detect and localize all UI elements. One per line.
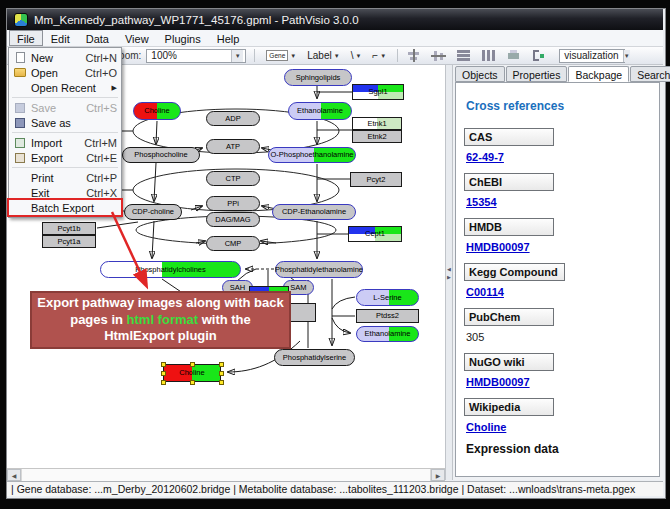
panel-splitter[interactable]: ◀ ▶ [445,65,453,480]
file-menu-item-import[interactable]: ImportCtrl+M [9,135,121,150]
node-ethanolamine-bottom[interactable]: Ethanolamine [356,326,419,342]
zoom-combobox[interactable]: 100% ▼ [146,49,246,63]
reference-link[interactable]: 15354 [466,196,651,208]
distribute-rows-icon[interactable] [456,49,471,62]
line-tool-glyph: \ [351,50,354,61]
horizontal-scrollbar[interactable]: ◀ ▶ [7,468,445,481]
file-menu-item-print[interactable]: PrintCtrl+P [9,170,121,185]
scroll-right-icon[interactable]: ▶ [431,469,445,481]
node-dag-mag[interactable]: DAG/MAG [206,212,260,227]
data-panel-icon[interactable] [531,49,546,62]
reference-link[interactable]: 62-49-7 [466,151,651,163]
file-menu-item-new[interactable]: NewCtrl+N [9,50,121,65]
node-ethanolamine-top[interactable]: Ethanolamine [288,102,352,120]
line-tool-button[interactable]: \ ▼ [348,47,365,64]
menu-data[interactable]: Data [78,30,117,46]
collapse-right-icon[interactable]: ▶ [447,274,451,280]
label-tool-button[interactable]: Label ▼ [304,47,342,64]
node-pcyt1b[interactable]: Pcyt1b [42,222,96,235]
distribute-columns-icon[interactable] [481,49,496,62]
annotation-callout: Export pathway images along with back pa… [30,291,291,349]
chevron-down-icon[interactable]: ▼ [623,50,630,62]
tab-backpage[interactable]: Backpage [568,66,629,82]
node-phosphatidylcholines[interactable]: Phosphatidylcholines [100,261,241,278]
gene-tool-button[interactable]: Gene ▼ [263,47,299,64]
node-o-phosphoethanolamine[interactable]: O-Phosphoethanolamine [268,147,356,163]
menu-plugins[interactable]: Plugins [157,30,209,46]
menu-file[interactable]: File [9,30,43,46]
tab-properties[interactable]: Properties [506,66,568,82]
status-bar: | Gene database: ...m_Derby_20120602.bri… [7,481,663,496]
node-label: CDP-choline [132,204,174,220]
selection-handle[interactable] [219,380,224,385]
chevron-down-icon[interactable]: ▼ [380,53,386,59]
print-icon[interactable] [506,49,521,62]
node-phosphocholine[interactable]: Phosphocholine [122,147,200,163]
align-middle-icon[interactable] [431,49,446,62]
node-cdp-ethanolamine[interactable]: CDP-Ethanolamine [272,204,356,220]
selection-handle[interactable] [190,380,195,385]
chevron-down-icon[interactable]: ▼ [231,50,243,62]
node-cdp-choline[interactable]: CDP-choline [124,204,182,220]
node-ptdss2[interactable]: Ptdss2 [356,309,419,323]
file-menu-item-open[interactable]: OpenCtrl+O [9,65,121,80]
node-cmp[interactable]: CMP [206,236,260,251]
node-sgpl1[interactable]: Sgpl1 [352,84,404,100]
menu-edit[interactable]: Edit [43,30,78,46]
node-phosphatidylserine[interactable]: Phosphatidylserine [274,349,355,366]
tab-search[interactable]: Search [630,66,670,82]
file-menu-item-save[interactable]: SaveCtrl+S [9,100,121,115]
reference-link[interactable]: Choline [466,421,651,433]
selection-handle[interactable] [161,371,166,376]
node-label: Etnk2 [367,130,386,143]
menu-item-label: Save as [31,117,113,129]
node-choline-selected[interactable]: Choline [163,364,221,382]
node-label: Ethanolamine [297,102,343,120]
visualization-combobox[interactable]: visualization ▼ [559,49,625,63]
selection-handle[interactable] [161,380,166,385]
selection-handle[interactable] [219,362,224,367]
file-menu-item-batch-export[interactable]: Batch Export [9,200,121,215]
reference-section: HMDBHMDB00097 [464,217,651,253]
reference-link[interactable]: HMDB00097 [466,376,651,388]
import-icon [12,138,28,148]
node-choline-top[interactable]: Choline [133,102,181,120]
node-cept1[interactable]: Cept1 [348,226,402,242]
reference-link[interactable]: HMDB00097 [466,241,651,253]
node-ppi[interactable]: PPi [206,196,260,211]
collapse-left-icon[interactable]: ◀ [447,266,451,272]
node-phosphatidylethanolamine[interactable]: Phosphatidylethanolamine [275,261,363,278]
chevron-down-icon[interactable]: ▼ [334,53,340,59]
node-etnk1[interactable]: Etnk1 [352,117,402,130]
chevron-down-icon[interactable]: ▼ [355,53,361,59]
file-menu-item-exit[interactable]: ExitCtrl+X [9,185,121,200]
reference-link[interactable]: C00114 [466,286,651,298]
node-pcyt2[interactable]: Pcyt2 [350,172,402,187]
file-menu-item-save-as[interactable]: Save as [9,115,121,130]
tab-objects[interactable]: Objects [455,66,505,82]
scroll-left-icon[interactable]: ◀ [7,469,21,481]
reference-section: WikipediaCholine [464,397,651,433]
node-l-serine[interactable]: L-Serine [356,289,419,306]
title-bar[interactable]: Mm_Kennedy_pathway_WP1771_45176.gpml - P… [7,9,663,30]
node-atp[interactable]: ATP [206,139,260,154]
scrollbar-track[interactable] [21,469,431,481]
node-etnk2[interactable]: Etnk2 [352,130,402,143]
window-title: Mm_Kennedy_pathway_WP1771_45176.gpml - P… [34,14,359,26]
node-adp[interactable]: ADP [206,111,260,126]
file-menu-item-export[interactable]: ExportCtrl+E [9,150,121,165]
menu-help[interactable]: Help [209,30,248,46]
menu-view[interactable]: View [117,30,157,46]
node-ctp[interactable]: CTP [206,171,260,186]
chevron-down-icon[interactable]: ▼ [290,53,296,59]
selection-handle[interactable] [161,362,166,367]
save-icon [12,103,28,113]
node-pcyt1a[interactable]: Pcyt1a [42,235,96,248]
file-menu-item-open-recent[interactable]: Open Recent▶ [9,80,121,95]
node-sphingolipids[interactable]: Sphingolipids [284,69,352,86]
database-name-box: HMDB [464,218,554,236]
selection-handle[interactable] [219,371,224,376]
selection-handle[interactable] [190,362,195,367]
connector-tool-button[interactable]: ⌐ ▼ [369,47,389,64]
align-center-icon[interactable] [406,49,421,62]
